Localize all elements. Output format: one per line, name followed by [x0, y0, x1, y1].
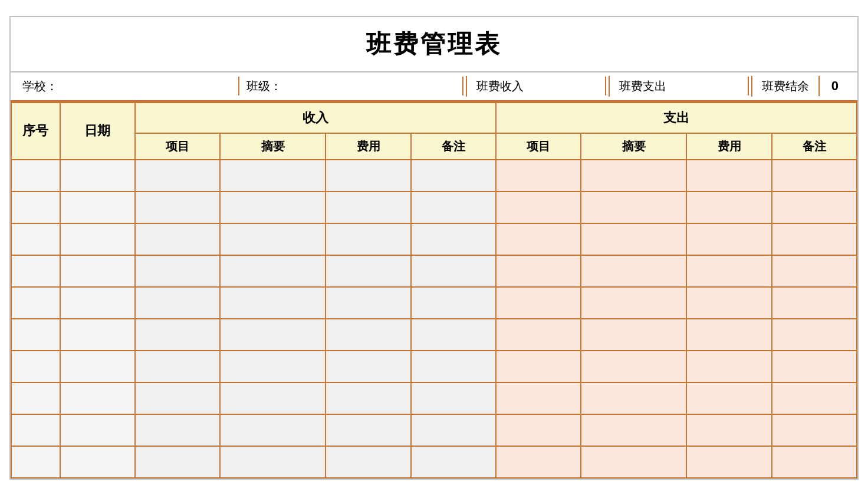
cell-expense-note[interactable]	[772, 446, 857, 478]
cell-income-summary[interactable]	[220, 446, 326, 478]
cell-expense-note[interactable]	[772, 223, 857, 255]
cell-date[interactable]	[60, 351, 135, 382]
cell-income-summary[interactable]	[220, 255, 326, 287]
cell-income-summary[interactable]	[220, 223, 326, 255]
cell-seq[interactable]	[11, 160, 60, 192]
cell-expense-note[interactable]	[772, 382, 857, 414]
cell-date[interactable]	[60, 382, 135, 414]
cell-expense-note[interactable]	[772, 287, 857, 319]
cell-income-summary[interactable]	[220, 414, 326, 446]
cell-income-summary[interactable]	[220, 192, 326, 223]
cell-expense-summary[interactable]	[581, 319, 686, 351]
cell-expense-summary[interactable]	[581, 287, 686, 319]
cell-seq[interactable]	[11, 192, 60, 223]
cell-seq[interactable]	[11, 319, 60, 351]
cell-income-note[interactable]	[411, 223, 496, 255]
cell-expense-note[interactable]	[772, 351, 857, 382]
cell-income-fee[interactable]	[326, 446, 410, 478]
cell-expense-item[interactable]	[496, 223, 581, 255]
cell-income-item[interactable]	[135, 192, 220, 223]
cell-income-fee[interactable]	[326, 287, 410, 319]
cell-date[interactable]	[60, 446, 135, 478]
cell-seq[interactable]	[11, 255, 60, 287]
cell-income-fee[interactable]	[326, 160, 410, 192]
cell-expense-item[interactable]	[496, 287, 581, 319]
cell-income-summary[interactable]	[220, 160, 326, 192]
cell-income-summary[interactable]	[220, 319, 326, 351]
cell-expense-summary[interactable]	[581, 351, 686, 382]
cell-expense-note[interactable]	[772, 255, 857, 287]
cell-expense-item[interactable]	[496, 255, 581, 287]
cell-expense-item[interactable]	[496, 351, 581, 382]
cell-date[interactable]	[60, 255, 135, 287]
cell-income-item[interactable]	[135, 446, 220, 478]
cell-income-fee[interactable]	[326, 382, 410, 414]
cell-income-item[interactable]	[135, 414, 220, 446]
cell-expense-fee[interactable]	[686, 319, 771, 351]
cell-expense-summary[interactable]	[581, 446, 686, 478]
cell-expense-fee[interactable]	[686, 160, 771, 192]
cell-seq[interactable]	[11, 414, 60, 446]
cell-income-fee[interactable]	[326, 255, 410, 287]
cell-seq[interactable]	[11, 382, 60, 414]
cell-income-note[interactable]	[411, 287, 496, 319]
cell-income-summary[interactable]	[220, 382, 326, 414]
cell-expense-summary[interactable]	[581, 255, 686, 287]
cell-expense-note[interactable]	[772, 192, 857, 223]
cell-income-note[interactable]	[411, 160, 496, 192]
cell-income-note[interactable]	[411, 446, 496, 478]
cell-date[interactable]	[60, 192, 135, 223]
cell-income-summary[interactable]	[220, 287, 326, 319]
cell-expense-fee[interactable]	[686, 414, 771, 446]
cell-date[interactable]	[60, 223, 135, 255]
cell-expense-summary[interactable]	[581, 382, 686, 414]
cell-income-note[interactable]	[411, 382, 496, 414]
cell-income-item[interactable]	[135, 382, 220, 414]
cell-date[interactable]	[60, 414, 135, 446]
cell-expense-summary[interactable]	[581, 160, 686, 192]
cell-expense-note[interactable]	[772, 160, 857, 192]
cell-income-fee[interactable]	[326, 192, 410, 223]
cell-seq[interactable]	[11, 446, 60, 478]
cell-expense-fee[interactable]	[686, 351, 771, 382]
cell-expense-fee[interactable]	[686, 192, 771, 223]
cell-income-note[interactable]	[411, 192, 496, 223]
cell-income-item[interactable]	[135, 287, 220, 319]
cell-expense-fee[interactable]	[686, 255, 771, 287]
cell-expense-note[interactable]	[772, 319, 857, 351]
cell-income-item[interactable]	[135, 160, 220, 192]
cell-income-item[interactable]	[135, 351, 220, 382]
cell-income-fee[interactable]	[326, 351, 410, 382]
cell-seq[interactable]	[11, 351, 60, 382]
cell-expense-fee[interactable]	[686, 223, 771, 255]
cell-income-note[interactable]	[411, 351, 496, 382]
cell-expense-item[interactable]	[496, 414, 581, 446]
cell-expense-item[interactable]	[496, 319, 581, 351]
cell-expense-note[interactable]	[772, 414, 857, 446]
cell-income-fee[interactable]	[326, 319, 410, 351]
cell-income-item[interactable]	[135, 255, 220, 287]
cell-date[interactable]	[60, 160, 135, 192]
cell-expense-fee[interactable]	[686, 287, 771, 319]
cell-income-item[interactable]	[135, 223, 220, 255]
cell-expense-fee[interactable]	[686, 382, 771, 414]
cell-income-summary[interactable]	[220, 351, 326, 382]
cell-income-note[interactable]	[411, 255, 496, 287]
cell-expense-fee[interactable]	[686, 446, 771, 478]
cell-expense-item[interactable]	[496, 192, 581, 223]
cell-income-note[interactable]	[411, 319, 496, 351]
cell-date[interactable]	[60, 319, 135, 351]
cell-expense-summary[interactable]	[581, 414, 686, 446]
cell-expense-summary[interactable]	[581, 223, 686, 255]
cell-seq[interactable]	[11, 287, 60, 319]
cell-income-item[interactable]	[135, 319, 220, 351]
cell-income-fee[interactable]	[326, 414, 410, 446]
cell-expense-item[interactable]	[496, 382, 581, 414]
cell-income-fee[interactable]	[326, 223, 410, 255]
cell-date[interactable]	[60, 287, 135, 319]
cell-expense-summary[interactable]	[581, 192, 686, 223]
cell-income-note[interactable]	[411, 414, 496, 446]
cell-expense-item[interactable]	[496, 446, 581, 478]
cell-seq[interactable]	[11, 223, 60, 255]
cell-expense-item[interactable]	[496, 160, 581, 192]
